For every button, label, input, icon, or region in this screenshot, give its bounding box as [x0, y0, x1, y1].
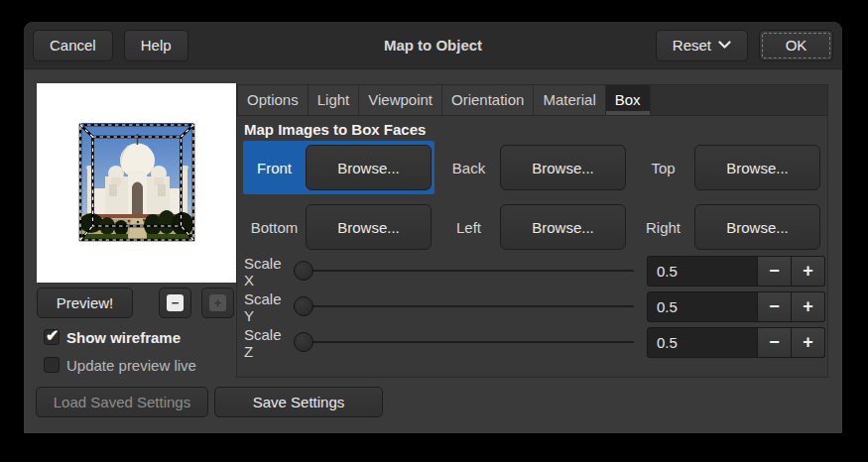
scale-x-label: Scale X	[244, 255, 292, 289]
reset-button[interactable]: Reset	[656, 30, 748, 61]
update-preview-live-checkbox-row: Update preview live	[44, 356, 196, 374]
face-label-left: Left	[437, 219, 500, 236]
wireframe-box-overlay	[37, 83, 236, 283]
faces-row-1: Front Browse... Back Browse... Top Brows…	[243, 141, 826, 194]
show-wireframe-checkbox-row: ✔ Show wireframe	[44, 328, 181, 346]
map-to-object-dialog: Cancel Help Map to Object Reset OK	[24, 22, 842, 433]
box-panel-heading: Map Images to Box Faces	[244, 121, 426, 138]
slider-track	[294, 270, 634, 272]
scale-y-decrement-button[interactable]: −	[758, 291, 792, 322]
zoom-out-button[interactable]: −	[159, 288, 191, 318]
tab-viewpoint[interactable]: Viewpoint	[359, 85, 442, 115]
scale-z-increment-button[interactable]: +	[792, 327, 825, 358]
slider-thumb[interactable]	[294, 261, 313, 281]
face-label-right: Right	[632, 219, 694, 236]
face-cell-bottom: Bottom Browse...	[243, 200, 434, 254]
scale-y-row: Scale Y 0.5 − +	[244, 291, 825, 322]
reset-button-label: Reset	[673, 37, 711, 54]
zoom-out-icon: −	[167, 294, 184, 311]
zoom-in-icon: +	[209, 294, 226, 311]
scale-x-increment-button[interactable]: +	[792, 256, 825, 287]
preview-button[interactable]: Preview!	[37, 288, 133, 318]
checkmark-icon: ✔	[46, 326, 59, 345]
tab-box[interactable]: Box	[606, 85, 651, 115]
preview-area[interactable]	[37, 83, 236, 283]
help-button[interactable]: Help	[124, 30, 188, 61]
chevron-down-icon	[718, 41, 731, 50]
browse-front-button[interactable]: Browse...	[306, 145, 432, 190]
cancel-button[interactable]: Cancel	[33, 30, 113, 61]
scale-y-spinbox: 0.5 − +	[647, 291, 825, 322]
save-settings-button[interactable]: Save Settings	[214, 387, 383, 417]
scale-z-label: Scale Z	[244, 326, 292, 360]
slider-thumb[interactable]	[294, 296, 313, 316]
slider-thumb[interactable]	[294, 332, 313, 352]
face-label-back: Back	[437, 160, 500, 176]
face-cell-front: Front Browse...	[243, 141, 434, 194]
show-wireframe-label: Show wireframe	[66, 329, 181, 346]
browse-back-button[interactable]: Browse...	[500, 145, 626, 190]
ok-button[interactable]: OK	[759, 30, 833, 61]
face-cell-back: Back Browse...	[437, 141, 629, 194]
scale-y-value[interactable]: 0.5	[647, 291, 758, 322]
scale-x-row: Scale X 0.5 − +	[244, 256, 825, 287]
browse-left-button[interactable]: Browse...	[500, 204, 626, 250]
show-wireframe-checkbox[interactable]: ✔	[44, 329, 60, 345]
settings-notebook: Options Light Viewpoint Orientation Mate…	[236, 84, 828, 378]
tab-light[interactable]: Light	[309, 85, 360, 115]
slider-track	[294, 341, 634, 343]
scale-x-spinbox: 0.5 − +	[647, 256, 825, 287]
tab-strip: Options Light Viewpoint Orientation Mate…	[237, 85, 827, 116]
scale-z-row: Scale Z 0.5 − +	[244, 327, 825, 358]
scale-z-decrement-button[interactable]: −	[758, 327, 792, 358]
face-label-top: Top	[632, 160, 694, 176]
browse-bottom-button[interactable]: Browse...	[306, 204, 432, 250]
faces-row-2: Bottom Browse... Left Browse... Right Br…	[243, 200, 826, 254]
tab-material[interactable]: Material	[534, 85, 605, 115]
tab-orientation[interactable]: Orientation	[442, 85, 534, 115]
slider-track	[294, 305, 634, 307]
scale-x-decrement-button[interactable]: −	[758, 256, 792, 287]
scale-z-value[interactable]: 0.5	[647, 327, 758, 358]
scale-z-slider[interactable]	[292, 327, 634, 358]
scale-z-spinbox: 0.5 − +	[647, 327, 825, 358]
face-label-front: Front	[243, 160, 306, 176]
scale-x-slider[interactable]	[292, 256, 634, 287]
face-cell-left: Left Browse...	[437, 200, 629, 254]
scale-y-slider[interactable]	[292, 291, 634, 322]
zoom-in-button[interactable]: +	[201, 288, 234, 318]
face-cell-right: Right Browse...	[632, 200, 823, 254]
face-label-bottom: Bottom	[243, 219, 306, 236]
face-cell-top: Top Browse...	[632, 141, 823, 194]
scale-y-increment-button[interactable]: +	[792, 291, 825, 322]
scale-x-value[interactable]: 0.5	[647, 256, 758, 287]
update-preview-live-label: Update preview live	[66, 357, 196, 374]
scale-y-label: Scale Y	[244, 290, 292, 324]
update-preview-live-checkbox[interactable]	[44, 357, 60, 373]
titlebar: Cancel Help Map to Object Reset OK	[24, 22, 842, 69]
browse-right-button[interactable]: Browse...	[694, 204, 820, 250]
load-saved-settings-button: Load Saved Settings	[36, 387, 208, 417]
browse-top-button[interactable]: Browse...	[694, 145, 820, 190]
tab-options[interactable]: Options	[237, 85, 309, 115]
